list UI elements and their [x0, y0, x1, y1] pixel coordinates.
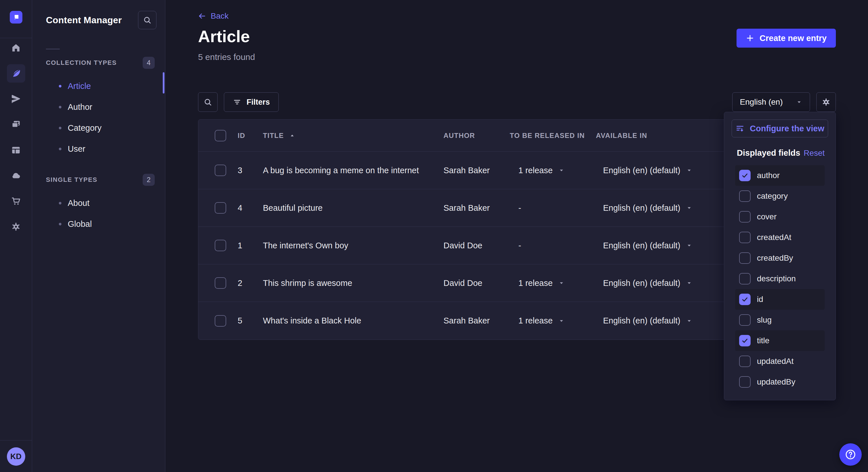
nav-marketplace-button[interactable]	[7, 192, 25, 210]
sidebar-item-about[interactable]: About	[32, 193, 165, 214]
field-checkbox[interactable]	[739, 252, 751, 264]
nav-content-manager-button[interactable]	[7, 64, 25, 82]
sidebar-item-global[interactable]: Global	[32, 214, 165, 235]
layout-panel-icon	[11, 145, 21, 155]
row-checkbox[interactable]	[215, 315, 226, 327]
table-search-button[interactable]	[198, 92, 218, 112]
reset-button[interactable]: Reset	[804, 148, 825, 158]
sidebar-item-article[interactable]: Article	[32, 76, 165, 97]
strapi-logo[interactable]	[10, 11, 22, 24]
configure-button-label: Configure the view	[750, 124, 824, 133]
media-images-icon	[11, 120, 21, 130]
field-toggle-row[interactable]: title	[735, 330, 825, 351]
check-icon	[741, 295, 749, 303]
user-avatar[interactable]: KD	[7, 447, 25, 466]
field-toggle-row[interactable]: slug	[735, 310, 825, 330]
single-types-list: About Global	[32, 193, 165, 235]
help-button[interactable]	[839, 443, 862, 466]
shopping-cart-icon	[11, 196, 21, 206]
field-checkbox[interactable]	[739, 232, 751, 243]
field-checkbox[interactable]	[739, 191, 751, 202]
row-checkbox[interactable]	[215, 277, 226, 289]
table-toolbar: Filters English (en)	[198, 92, 836, 112]
column-header-title[interactable]: TITLE	[263, 132, 443, 140]
field-checkbox[interactable]	[739, 356, 751, 367]
field-label: description	[757, 274, 796, 283]
bullet-icon	[59, 106, 61, 108]
field-toggle-row[interactable]: author	[735, 165, 825, 186]
content-manager-subnav: Content Manager COLLECTION TYPES 4 Artic…	[32, 0, 165, 472]
cell-title: This shrimp is awesome	[263, 278, 443, 288]
subnav-search-button[interactable]	[138, 11, 156, 29]
displayed-fields-header: Displayed fields Reset	[737, 148, 825, 158]
field-toggle-row[interactable]: updatedBy	[735, 372, 825, 392]
nav-deploy-button[interactable]	[7, 166, 25, 185]
locale-select[interactable]: English (en)	[732, 92, 810, 112]
sidebar-item-author[interactable]: Author	[32, 97, 165, 117]
rail-divider	[0, 38, 32, 38]
field-checkbox[interactable]	[739, 294, 751, 305]
field-label: updatedBy	[757, 377, 795, 386]
home-icon	[11, 43, 21, 53]
header-checkbox-cell	[198, 130, 238, 141]
cell-id: 1	[238, 241, 263, 250]
nav-home-button[interactable]	[7, 39, 25, 57]
paper-plane-icon	[11, 94, 21, 104]
row-checkbox[interactable]	[215, 165, 226, 176]
column-header-to-be-released-in[interactable]: TO BE RELEASED IN	[510, 132, 596, 140]
select-all-checkbox[interactable]	[215, 130, 226, 141]
field-toggle-row[interactable]: cover	[735, 206, 825, 227]
configure-the-view-button[interactable]: Configure the view	[732, 120, 828, 137]
field-toggle-row[interactable]: description	[735, 268, 825, 289]
release-value: 1 release	[518, 316, 553, 326]
field-toggle-row[interactable]: id	[735, 289, 825, 310]
row-checkbox-cell	[198, 240, 238, 251]
single-types-label: SINGLE TYPES	[46, 176, 97, 183]
filters-button[interactable]: Filters	[224, 92, 279, 112]
chevron-down-icon	[558, 280, 565, 286]
cell-to-be-released-in[interactable]: 1 release	[510, 316, 596, 326]
configure-list-icon	[735, 124, 745, 133]
field-label: title	[757, 336, 770, 345]
bullet-icon	[59, 223, 61, 225]
nav-content-type-builder-button[interactable]	[7, 141, 25, 159]
field-checkbox[interactable]	[739, 211, 751, 223]
field-toggle-row[interactable]: category	[735, 186, 825, 206]
cell-to-be-released-in[interactable]: -	[510, 241, 596, 250]
cell-to-be-released-in[interactable]: 1 release	[510, 166, 596, 175]
field-toggle-row[interactable]: createdBy	[735, 248, 825, 268]
nav-settings-button[interactable]	[7, 217, 25, 236]
locale-cell-value: English (en) (default)	[603, 278, 680, 288]
field-checkbox[interactable]	[739, 376, 751, 388]
nav-media-library-button[interactable]	[7, 115, 25, 134]
field-toggle-row[interactable]: createdAt	[735, 227, 825, 248]
view-settings-button[interactable]	[816, 92, 836, 112]
field-checkbox[interactable]	[739, 335, 751, 346]
column-header-id[interactable]: ID	[238, 132, 263, 140]
field-checkbox[interactable]	[739, 273, 751, 284]
row-checkbox[interactable]	[215, 202, 226, 214]
cell-to-be-released-in[interactable]: -	[510, 203, 596, 213]
sort-ascending-icon	[289, 133, 296, 139]
bullet-icon	[59, 148, 61, 150]
sidebar-item-user[interactable]: User	[32, 138, 165, 160]
column-header-author[interactable]: AUTHOR	[443, 132, 510, 140]
bullet-icon	[59, 85, 61, 88]
back-link[interactable]: Back	[198, 11, 228, 21]
question-mark-icon	[844, 448, 857, 461]
collection-types-count-badge: 4	[143, 57, 155, 69]
field-checkbox[interactable]	[739, 170, 751, 181]
cell-to-be-released-in[interactable]: 1 release	[510, 278, 596, 288]
field-toggle-row[interactable]: updatedAt	[735, 351, 825, 372]
row-checkbox[interactable]	[215, 240, 226, 251]
field-label: createdBy	[757, 254, 793, 263]
sidebar-item-category[interactable]: Category	[32, 117, 165, 138]
field-checkbox[interactable]	[739, 314, 751, 326]
cell-id: 3	[238, 166, 263, 175]
row-checkbox-cell	[198, 165, 238, 176]
cloud-icon	[11, 171, 21, 181]
collection-types-list: Article Author Category User	[32, 76, 165, 160]
nav-releases-button[interactable]	[7, 90, 25, 108]
rail-icon-nav	[0, 39, 32, 236]
create-new-entry-button[interactable]: Create new entry	[737, 29, 836, 47]
